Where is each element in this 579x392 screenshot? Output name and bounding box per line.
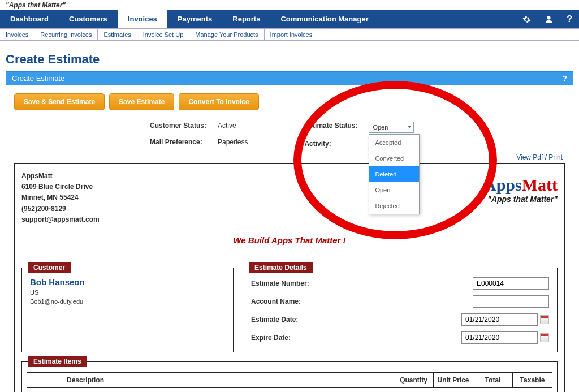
logo-tagline: "Apps that Matter": [484, 195, 558, 204]
save-button[interactable]: Save Estimate: [109, 93, 174, 110]
logo-part-apps: Apps: [484, 175, 522, 194]
customer-status-label: Customer Status:: [150, 122, 206, 130]
status-option-rejected[interactable]: Rejected: [369, 198, 419, 214]
company-name: AppsMatt: [21, 171, 558, 182]
panel-title: Create Estimate: [12, 74, 64, 83]
col-total: Total: [473, 372, 513, 387]
help-icon[interactable]: ?: [560, 10, 579, 28]
company-slogan: We Build Apps That Matter !: [21, 235, 558, 245]
status-option-deleted[interactable]: Deleted: [369, 166, 419, 182]
estimate-number-label: Estimate Number:: [251, 279, 353, 287]
estimate-status-select[interactable]: Open: [369, 122, 414, 133]
expire-date-label: Expire Date:: [251, 334, 353, 342]
estimate-date-input[interactable]: [461, 313, 538, 326]
customer-box: Customer Bob Hanseon US Bob1@no-duty.edu: [21, 268, 234, 352]
subnav-invoices[interactable]: Invoices: [0, 29, 34, 40]
gear-icon[interactable]: [516, 10, 538, 28]
status-option-accepted[interactable]: Accepted: [369, 135, 419, 150]
col-description: Description: [27, 372, 394, 387]
subnav-products[interactable]: Manage Your Products: [189, 29, 264, 40]
company-addr2: Minnet, MN 55424: [21, 192, 558, 203]
company-phone: (952)200-8129: [21, 204, 558, 214]
save-send-button[interactable]: Save & Send Estimate: [14, 93, 105, 110]
status-option-converted[interactable]: Converted: [369, 150, 419, 166]
details-legend: Estimate Details: [249, 262, 313, 273]
convert-button[interactable]: Convert To Invoice: [179, 93, 258, 110]
user-icon[interactable]: [538, 10, 560, 28]
customer-country: US: [30, 289, 225, 296]
nav-customers[interactable]: Customers: [59, 10, 118, 28]
calendar-icon[interactable]: [540, 315, 549, 324]
expire-date-input[interactable]: [461, 331, 538, 344]
customer-email: Bob1@no-duty.edu: [30, 298, 225, 305]
account-name-input[interactable]: [473, 295, 549, 308]
col-taxable: Taxable: [513, 372, 552, 387]
sub-nav: Invoices Recurring Invoices Estimates In…: [0, 28, 579, 41]
col-unit-price: Unit Price: [434, 372, 473, 387]
subnav-recurring[interactable]: Recurring Invoices: [34, 29, 98, 40]
nav-communication[interactable]: Communication Manager: [270, 10, 378, 28]
estimate-status-label: Estimate Status:: [304, 122, 357, 130]
subnav-estimates[interactable]: Estimates: [98, 29, 137, 40]
customer-status-value: Active: [218, 122, 248, 130]
estimate-status-menu: Accepted Converted Deleted Open Rejected: [369, 134, 420, 214]
subnav-setup[interactable]: Invoice Set Up: [137, 29, 190, 40]
status-option-open[interactable]: Open: [369, 182, 419, 198]
items-legend: Estimate Items: [28, 356, 87, 367]
logo-part-matt: Matt: [522, 175, 558, 194]
nav-invoices[interactable]: Invoices: [118, 10, 167, 28]
items-table: Description Quantity Unit Price Total Ta…: [27, 372, 552, 388]
nav-dashboard[interactable]: Dashboard: [0, 10, 59, 28]
estimate-details-box: Estimate Details Estimate Number: Accoun…: [243, 268, 558, 352]
calendar-icon[interactable]: [540, 333, 549, 342]
estimate-items-box: Estimate Items Description Quantity Unit…: [21, 361, 558, 392]
customer-name-link[interactable]: Bob Hanseon: [30, 277, 225, 287]
panel-header: Create Estimate ?: [6, 71, 573, 85]
estimate-number-input[interactable]: [473, 277, 549, 290]
panel-body: Save & Send Estimate Save Estimate Conve…: [6, 85, 573, 392]
estimate-date-label: Estimate Date:: [251, 316, 353, 324]
activity-label: Activity:: [304, 140, 357, 148]
account-name-label: Account Name:: [251, 298, 353, 305]
company-email: support@appsmatt.com: [21, 214, 558, 225]
subnav-import[interactable]: Import Invoices: [265, 29, 319, 40]
col-quantity: Quantity: [394, 372, 434, 387]
customer-legend: Customer: [28, 262, 71, 273]
company-logo: AppsMatt "Apps that Matter": [484, 175, 558, 204]
view-pdf-link[interactable]: View Pdf / Print: [16, 153, 563, 161]
nav-payments[interactable]: Payments: [167, 10, 222, 28]
estimate-document: AppsMatt 6109 Blue Circle Drive Minnet, …: [14, 163, 565, 392]
mail-pref-value: Paperless: [218, 138, 248, 146]
panel-help-icon[interactable]: ?: [563, 74, 567, 83]
nav-reports[interactable]: Reports: [222, 10, 270, 28]
main-nav: Dashboard Customers Invoices Payments Re…: [0, 10, 579, 28]
company-addr1: 6109 Blue Circle Drive: [21, 182, 558, 192]
page-title: Create Estimate: [6, 52, 573, 67]
top-tagline: "Apps that Matter": [0, 0, 579, 10]
mail-pref-label: Mail Preference:: [150, 138, 206, 146]
